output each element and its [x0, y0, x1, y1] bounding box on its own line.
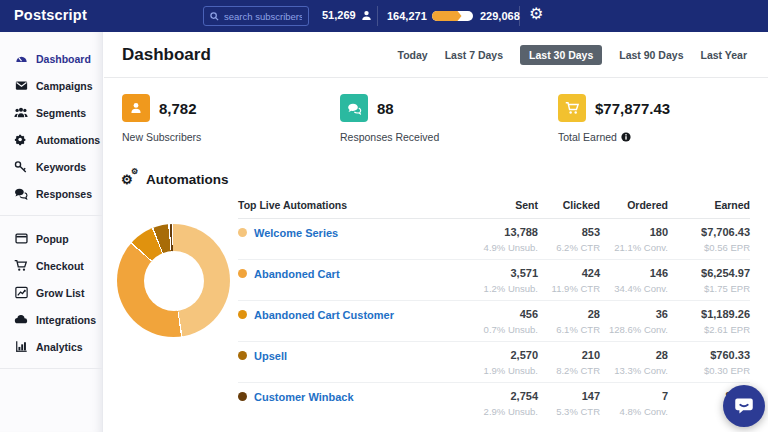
automations-section-title: Automations: [146, 172, 229, 187]
earned-value: $6,254.97: [668, 267, 750, 279]
cart-icon: [14, 259, 28, 273]
sidebar-item-analytics[interactable]: Analytics: [0, 333, 102, 360]
automation-link[interactable]: Abandoned Cart Customer: [254, 309, 394, 321]
cell-earned: $760.33$0.30 EPR: [668, 349, 750, 376]
ordered-sub-value: 128.6% Conv.: [600, 324, 668, 335]
cell-sent: 2,7542.9% Unsub.: [460, 390, 538, 417]
clicked-value: 147: [538, 390, 600, 402]
col-header-clicked: Clicked: [538, 199, 600, 211]
sidebar-divider: [0, 215, 102, 216]
filter-last-7-days[interactable]: Last 7 Days: [445, 45, 503, 65]
sidebar-item-label: Responses: [36, 188, 92, 200]
users-icon: [14, 106, 28, 120]
cell-clicked: 1475.3% CTR: [538, 390, 600, 417]
automations-table: Top Live Automations Sent Clicked Ordere…: [238, 199, 750, 423]
sidebar-item-label: Segments: [36, 107, 86, 119]
sent-value: 3,571: [460, 267, 538, 279]
sidebar-item-automations[interactable]: Automations: [0, 126, 102, 153]
sidebar-item-integrations[interactable]: Integrations: [0, 306, 102, 333]
earned-sub-value: $1.75 EPR: [668, 283, 750, 294]
series-color-dot: [238, 269, 247, 278]
bars-icon: [14, 340, 28, 354]
cell-clicked: 8536.2% CTR: [538, 226, 600, 253]
usage-progress-fill: [432, 11, 462, 21]
sidebar-item-label: Integrations: [36, 314, 96, 326]
sidebar-item-label: Automations: [36, 134, 100, 146]
filter-today[interactable]: Today: [398, 45, 428, 65]
cell-ordered: 14634.4% Conv.: [600, 267, 668, 294]
stat-value: 8,782: [159, 100, 197, 117]
automation-link[interactable]: Abandoned Cart: [254, 268, 340, 280]
automations-table-header: Top Live Automations Sent Clicked Ordere…: [238, 199, 750, 219]
automation-link[interactable]: Customer Winback: [254, 391, 354, 403]
sent-sub-value: 1.2% Unsub.: [460, 283, 538, 294]
brand-logo[interactable]: Postscript: [14, 7, 87, 23]
subscriber-search[interactable]: [203, 6, 309, 26]
cell-ordered: 18021.1% Conv.: [600, 226, 668, 253]
filter-last-90-days[interactable]: Last 90 Days: [619, 45, 683, 65]
search-input[interactable]: [224, 11, 302, 22]
automation-row-customer-winback: Customer Winback2,7542.9% Unsub.1475.3% …: [238, 383, 750, 423]
cell-sent: 3,5711.2% Unsub.: [460, 267, 538, 294]
cell-ordered: 36128.6% Conv.: [600, 308, 668, 335]
settings-gear-icon[interactable]: ⚙: [529, 4, 543, 23]
automation-link[interactable]: Upsell: [254, 350, 287, 362]
cell-earned: $6,254.97$1.75 EPR: [668, 267, 750, 294]
ordered-sub-value: 21.1% Conv.: [600, 242, 668, 253]
automation-row-abandoned-cart-customer: Abandoned Cart Customer4560.7% Unsub.286…: [238, 301, 750, 342]
page-title: Dashboard: [122, 45, 211, 65]
cell-name: Abandoned Cart: [238, 267, 460, 294]
sent-value: 456: [460, 308, 538, 320]
key-icon: [14, 160, 28, 174]
chat-messenger-button[interactable]: [723, 385, 765, 427]
sidebar-group: DashboardCampaignsSegmentsAutomationsKey…: [0, 45, 102, 207]
date-range-filters: TodayLast 7 DaysLast 30 DaysLast 90 Days…: [398, 45, 747, 65]
sidebar-nav: DashboardCampaignsSegmentsAutomationsKey…: [0, 32, 103, 432]
sidebar-item-label: Campaigns: [36, 80, 93, 92]
growth-icon: [14, 286, 28, 300]
ordered-value: 7: [600, 390, 668, 402]
automation-row-welcome-series: Welcome Series13,7884.9% Unsub.8536.2% C…: [238, 219, 750, 260]
sidebar-item-responses[interactable]: Responses: [0, 180, 102, 207]
cell-sent: 4560.7% Unsub.: [460, 308, 538, 335]
usage-limit: 229,068: [480, 10, 520, 22]
cell-earned: $7,706.43$0.56 EPR: [668, 226, 750, 253]
automation-link[interactable]: Welcome Series: [254, 227, 338, 239]
filter-last-30-days[interactable]: Last 30 Days: [520, 45, 602, 65]
sidebar-item-dashboard[interactable]: Dashboard: [0, 45, 102, 72]
main-content: Dashboard TodayLast 7 DaysLast 30 DaysLa…: [104, 32, 768, 432]
sidebar-item-keywords[interactable]: Keywords: [0, 153, 102, 180]
earned-sub-value: $0.30 EPR: [668, 365, 750, 376]
chat-icon: [14, 187, 28, 201]
sidebar-item-label: Grow List: [36, 287, 84, 299]
cell-earned: $1,189.26$2.61 EPR: [668, 308, 750, 335]
sidebar-item-checkout[interactable]: Checkout: [0, 252, 102, 279]
sent-sub-value: 1.9% Unsub.: [460, 365, 538, 376]
earned-value: $1,189.26: [668, 308, 750, 320]
clicked-sub-value: 6.2% CTR: [538, 242, 600, 253]
ordered-sub-value: 4.8% Conv.: [600, 406, 668, 417]
sidebar-item-grow-list[interactable]: Grow List: [0, 279, 102, 306]
clicked-value: 210: [538, 349, 600, 361]
sent-sub-value: 2.9% Unsub.: [460, 406, 538, 417]
sent-value: 2,570: [460, 349, 538, 361]
sidebar-item-campaigns[interactable]: Campaigns: [0, 72, 102, 99]
clicked-value: 424: [538, 267, 600, 279]
top-nav: Postscript 51,269 164,271 229,068 ⚙: [0, 0, 768, 32]
filter-last-year[interactable]: Last Year: [700, 45, 747, 65]
clicked-sub-value: 6.1% CTR: [538, 324, 600, 335]
window-icon: [14, 232, 28, 246]
automations-section-heading: ⚙⚙ Automations: [121, 171, 229, 187]
stat-card-new-subscribers: 8,782New Subscribers: [122, 94, 201, 143]
sidebar-item-label: Checkout: [36, 260, 84, 272]
sidebar-item-popup[interactable]: Popup: [0, 225, 102, 252]
info-icon[interactable]: [621, 132, 631, 142]
ordered-value: 36: [600, 308, 668, 320]
sent-sub-value: 0.7% Unsub.: [460, 324, 538, 335]
col-header-ordered: Ordered: [600, 199, 668, 211]
automations-donut-chart: [117, 224, 230, 337]
cell-clicked: 2108.2% CTR: [538, 349, 600, 376]
sidebar-item-segments[interactable]: Segments: [0, 99, 102, 126]
automations-gears-icon: ⚙⚙: [121, 171, 139, 187]
automation-row-abandoned-cart: Abandoned Cart3,5711.2% Unsub.42411.9% C…: [238, 260, 750, 301]
